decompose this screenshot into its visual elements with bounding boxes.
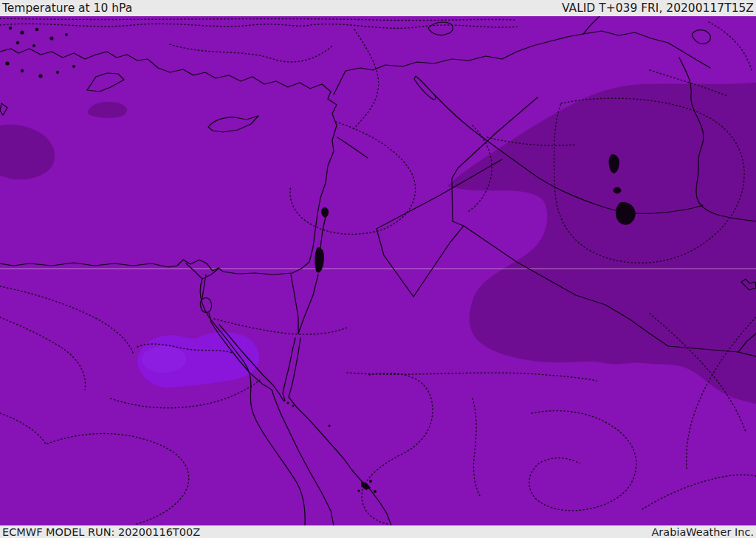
warm-anomaly-core [142,346,186,373]
valid-time-label: VALID T+039 FRI, 20200117T15Z [562,1,754,15]
footer-bar: ECMWF MODEL RUN: 20200116T00Z ArabiaWeat… [0,525,756,538]
branding-label: ArabiaWeather Inc. [651,526,754,538]
map-title: Temperature at 10 hPa [2,1,132,15]
model-run-label: ECMWF MODEL RUN: 20200116T00Z [2,526,200,538]
sea-of-galilee [322,208,329,218]
lake-tharthar [609,155,619,173]
header-bar: Temperature at 10 hPa VALID T+039 FRI, 2… [0,0,756,16]
lake-habbaniyah [614,187,621,193]
map-canvas [0,16,756,525]
lake-razzaza [616,202,635,224]
weather-map-screenshot: Temperature at 10 hPa VALID T+039 FRI, 2… [0,0,756,538]
weather-map-svg [0,16,756,525]
